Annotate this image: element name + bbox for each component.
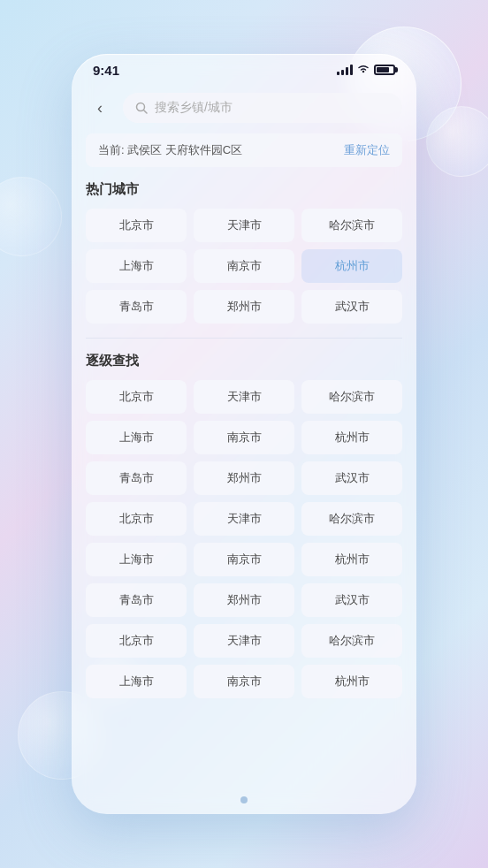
city-button[interactable]: 哈尔滨市 bbox=[301, 209, 402, 242]
city-button[interactable]: 北京市 bbox=[86, 209, 187, 242]
browse-cities-title: 逐级查找 bbox=[86, 353, 402, 369]
city-button[interactable]: 上海市 bbox=[86, 249, 187, 283]
phone-time: 9:41 bbox=[93, 63, 119, 78]
city-button[interactable]: 上海市 bbox=[86, 665, 187, 698]
phone-frame: 9:41 ‹ bbox=[72, 54, 416, 814]
phone-status-bar: 9:41 bbox=[72, 54, 416, 86]
search-bar: ‹ 搜索乡镇/城市 bbox=[72, 86, 416, 133]
hot-cities-title: 热门城市 bbox=[86, 181, 402, 198]
bottom-indicator bbox=[240, 796, 248, 803]
hot-cities-grid: 北京市天津市哈尔滨市上海市南京市杭州市青岛市郑州市武汉市 bbox=[86, 209, 402, 324]
city-button[interactable]: 郑州市 bbox=[194, 461, 294, 495]
city-button[interactable]: 武汉市 bbox=[301, 583, 402, 617]
city-button[interactable]: 北京市 bbox=[86, 380, 187, 414]
city-button[interactable]: 北京市 bbox=[86, 624, 187, 658]
city-button[interactable]: 郑州市 bbox=[194, 290, 294, 324]
city-button[interactable]: 哈尔滨市 bbox=[301, 502, 402, 536]
current-location-text: 当前: 武侯区 天府软件园C区 bbox=[98, 142, 242, 158]
city-button[interactable]: 杭州市 bbox=[301, 543, 402, 576]
city-button[interactable]: 南京市 bbox=[194, 543, 294, 576]
city-button[interactable]: 南京市 bbox=[194, 249, 294, 283]
city-button[interactable]: 天津市 bbox=[194, 380, 294, 414]
browse-cities-section: 逐级查找 北京市天津市哈尔滨市上海市南京市杭州市青岛市郑州市武汉市北京市天津市哈… bbox=[86, 353, 402, 698]
city-button[interactable]: 天津市 bbox=[194, 502, 294, 536]
city-button[interactable]: 哈尔滨市 bbox=[301, 380, 402, 414]
location-bar: 当前: 武侯区 天府软件园C区 重新定位 bbox=[86, 133, 402, 167]
city-button[interactable]: 北京市 bbox=[86, 502, 187, 536]
city-button[interactable]: 天津市 bbox=[194, 209, 294, 242]
city-button[interactable]: 杭州市 bbox=[301, 665, 402, 698]
wifi-icon bbox=[357, 64, 370, 76]
city-button[interactable]: 青岛市 bbox=[86, 290, 187, 324]
back-button[interactable]: ‹ bbox=[86, 94, 114, 122]
city-button[interactable]: 青岛市 bbox=[86, 583, 187, 617]
city-button[interactable]: 郑州市 bbox=[194, 583, 294, 617]
search-icon bbox=[135, 102, 148, 114]
battery-icon bbox=[374, 65, 395, 75]
city-button[interactable]: 青岛市 bbox=[86, 461, 187, 495]
city-button[interactable]: 武汉市 bbox=[301, 461, 402, 495]
city-button[interactable]: 上海市 bbox=[86, 421, 187, 454]
content-area: 热门城市 北京市天津市哈尔滨市上海市南京市杭州市青岛市郑州市武汉市 逐级查找 北… bbox=[72, 178, 416, 812]
search-input-wrapper[interactable]: 搜索乡镇/城市 bbox=[123, 93, 402, 123]
signal-icon bbox=[337, 65, 353, 75]
city-button[interactable]: 武汉市 bbox=[301, 290, 402, 324]
bubble-decoration-2 bbox=[426, 106, 488, 177]
city-button[interactable]: 天津市 bbox=[194, 624, 294, 658]
city-button[interactable]: 杭州市 bbox=[301, 249, 402, 283]
browse-cities-grid: 北京市天津市哈尔滨市上海市南京市杭州市青岛市郑州市武汉市北京市天津市哈尔滨市上海… bbox=[86, 380, 402, 698]
city-button[interactable]: 哈尔滨市 bbox=[301, 624, 402, 658]
city-button[interactable]: 南京市 bbox=[194, 421, 294, 454]
city-button[interactable]: 南京市 bbox=[194, 665, 294, 698]
hot-cities-section: 热门城市 北京市天津市哈尔滨市上海市南京市杭州市青岛市郑州市武汉市 bbox=[86, 181, 402, 324]
phone-status-icons bbox=[337, 64, 395, 76]
section-divider bbox=[86, 338, 402, 339]
city-button[interactable]: 杭州市 bbox=[301, 421, 402, 454]
city-button[interactable]: 上海市 bbox=[86, 543, 187, 576]
bubble-decoration-5 bbox=[0, 177, 62, 256]
search-placeholder: 搜索乡镇/城市 bbox=[155, 100, 233, 116]
relocate-button[interactable]: 重新定位 bbox=[344, 142, 390, 158]
svg-line-1 bbox=[144, 110, 148, 114]
